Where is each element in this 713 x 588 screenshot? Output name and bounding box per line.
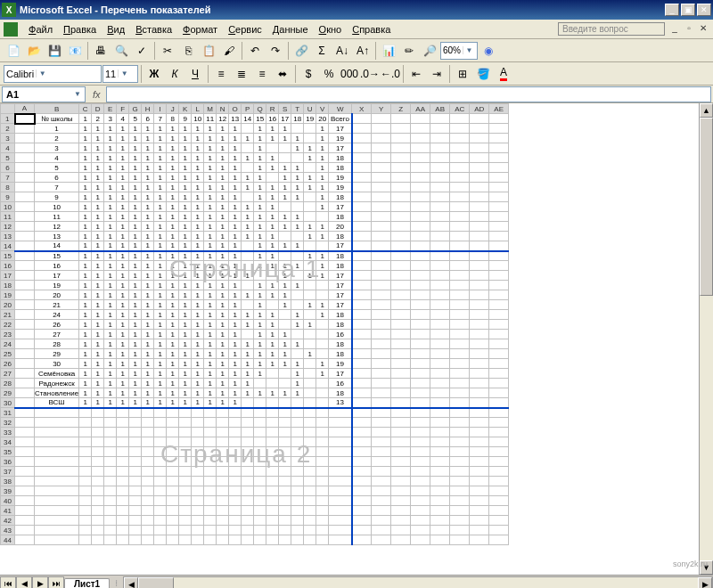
cell[interactable] — [15, 320, 35, 330]
cell[interactable]: 1 — [254, 232, 266, 241]
cell[interactable] — [411, 496, 430, 506]
cell[interactable]: 1 — [129, 369, 142, 379]
cell[interactable] — [104, 447, 117, 457]
row-header-40[interactable]: 40 — [1, 496, 15, 506]
align-right-icon[interactable]: ≡ — [252, 64, 272, 84]
cell[interactable] — [372, 526, 391, 535]
cell[interactable] — [204, 467, 217, 477]
cell[interactable] — [242, 408, 254, 418]
cell[interactable] — [15, 202, 35, 212]
cell[interactable] — [154, 535, 167, 545]
cell[interactable]: 1 — [279, 359, 291, 369]
cell[interactable]: 1 — [117, 192, 129, 202]
cell[interactable] — [470, 418, 489, 428]
cell[interactable] — [411, 477, 430, 486]
cell[interactable] — [450, 290, 470, 300]
cell[interactable] — [129, 506, 142, 516]
cell[interactable]: 1 — [167, 310, 179, 320]
cell[interactable] — [489, 192, 509, 202]
cell[interactable]: 1 — [79, 124, 92, 134]
cell[interactable]: 1 — [204, 261, 217, 271]
horizontal-scrollbar[interactable]: ◀ ▶ — [123, 576, 713, 589]
cell[interactable]: 1 — [104, 212, 117, 222]
cell[interactable]: 1 — [217, 281, 229, 290]
cell[interactable] — [470, 124, 489, 134]
cell[interactable] — [316, 349, 329, 359]
cell[interactable] — [411, 349, 430, 359]
cell[interactable]: 1 — [117, 143, 129, 153]
cell[interactable] — [304, 261, 316, 271]
cell[interactable]: 1 — [92, 241, 104, 251]
cell[interactable]: 1 — [117, 369, 129, 379]
cell[interactable] — [430, 467, 450, 477]
cell[interactable] — [304, 369, 316, 379]
cell[interactable]: 1 — [266, 310, 279, 320]
cell[interactable] — [489, 153, 509, 163]
cell[interactable] — [217, 477, 229, 486]
cell[interactable]: 1 — [266, 251, 279, 261]
cell[interactable] — [352, 467, 372, 477]
cell[interactable]: 18 — [329, 212, 352, 222]
cell[interactable] — [450, 467, 470, 477]
cell[interactable] — [411, 467, 430, 477]
cell[interactable] — [242, 486, 254, 496]
row-header-17[interactable]: 17 — [1, 271, 15, 281]
cell[interactable]: 1 — [117, 261, 129, 271]
cell[interactable]: 1 — [192, 232, 204, 241]
cell[interactable]: 1 — [167, 134, 179, 143]
cell[interactable]: 1 — [204, 379, 217, 388]
cell[interactable]: 1 — [192, 271, 204, 281]
cell[interactable]: 1 — [129, 300, 142, 310]
cell[interactable]: 1 — [92, 183, 104, 192]
cell[interactable]: 1 — [167, 173, 179, 183]
cell[interactable]: 1 — [266, 222, 279, 232]
cell[interactable] — [192, 477, 204, 486]
col-header-M[interactable]: M — [204, 104, 217, 114]
cell[interactable] — [291, 428, 304, 437]
cell[interactable]: 9 — [179, 114, 192, 124]
cell[interactable] — [470, 359, 489, 369]
cell[interactable] — [470, 388, 489, 398]
cell[interactable] — [154, 477, 167, 486]
cell[interactable]: 1 — [217, 379, 229, 388]
row-header-10[interactable]: 10 — [1, 202, 15, 212]
cell[interactable]: 1 — [179, 330, 192, 339]
cell[interactable]: 1 — [167, 143, 179, 153]
cell[interactable] — [372, 477, 391, 486]
row-header-9[interactable]: 9 — [1, 192, 15, 202]
cell[interactable] — [266, 300, 279, 310]
cell[interactable]: 1 — [291, 320, 304, 330]
cell[interactable] — [316, 447, 329, 457]
cell[interactable]: 1 — [304, 222, 316, 232]
cell[interactable] — [15, 408, 35, 418]
cell[interactable] — [15, 418, 35, 428]
cell[interactable]: 1 — [266, 212, 279, 222]
cell[interactable]: 1 — [291, 212, 304, 222]
cell[interactable]: 17 — [329, 271, 352, 281]
row-header-1[interactable]: 1 — [1, 114, 15, 124]
cell[interactable] — [304, 398, 316, 408]
cell[interactable] — [15, 153, 35, 163]
cell[interactable] — [35, 496, 79, 506]
cell[interactable] — [242, 300, 254, 310]
cell[interactable]: 1 — [92, 173, 104, 183]
cell[interactable] — [489, 408, 509, 418]
col-header-S[interactable]: S — [279, 104, 291, 114]
cell[interactable] — [254, 418, 266, 428]
cell[interactable] — [279, 447, 291, 457]
cell[interactable]: 1 — [304, 320, 316, 330]
cell[interactable] — [279, 379, 291, 388]
cell[interactable]: 1 — [192, 379, 204, 388]
cell[interactable]: 1 — [154, 192, 167, 202]
cell[interactable]: 1 — [217, 183, 229, 192]
cell[interactable] — [217, 496, 229, 506]
cell[interactable] — [352, 535, 372, 545]
cell[interactable] — [372, 467, 391, 477]
cell[interactable] — [470, 526, 489, 535]
cell[interactable] — [179, 418, 192, 428]
cell[interactable] — [372, 506, 391, 516]
cell[interactable] — [391, 134, 411, 143]
cell[interactable]: 1 — [92, 281, 104, 290]
cell[interactable] — [254, 535, 266, 545]
row-header-29[interactable]: 29 — [1, 388, 15, 398]
